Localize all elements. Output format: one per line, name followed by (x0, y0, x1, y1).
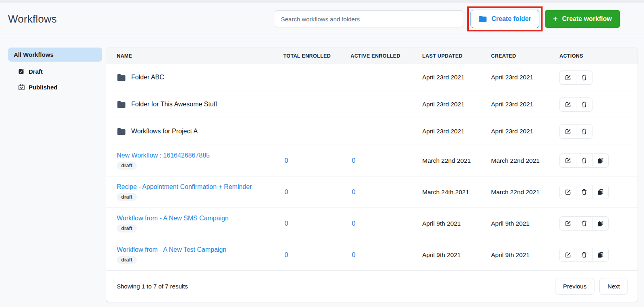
delete-button[interactable] (576, 185, 592, 199)
row-actions (559, 185, 609, 199)
table-row: Workflow from - A New SMS Campaign draft… (106, 208, 638, 239)
row-name[interactable]: Recipe - Appointment Confirmation + Remi… (117, 183, 252, 191)
delete-button[interactable] (576, 125, 592, 138)
sidebar-item-draft[interactable]: Draft (18, 66, 102, 77)
last-updated-value: March 24th 2021 (422, 189, 491, 196)
next-button[interactable]: Next (599, 278, 628, 295)
pagination: Previous Next (555, 278, 628, 295)
folder-icon (117, 128, 126, 135)
last-updated-value: April 9th 2021 (422, 251, 491, 259)
row-name[interactable]: Workflow from - A New Test Campaign (117, 246, 226, 253)
folder-icon (117, 74, 126, 81)
row-name[interactable]: Workflows for Project A (131, 128, 198, 135)
last-updated-value: April 23rd 2021 (422, 74, 491, 81)
published-icon (18, 84, 25, 91)
row-actions (559, 97, 592, 112)
copy-button[interactable] (592, 217, 608, 230)
table-row: Workflows for Project A April 23rd 2021 … (106, 118, 638, 145)
created-value: April 9th 2021 (491, 251, 559, 259)
created-value: March 22nd 2021 (491, 189, 559, 196)
row-name[interactable]: Folder for This Awesome Stuff (131, 101, 217, 108)
created-value: April 23rd 2021 (491, 101, 559, 108)
annotation-highlight-box: Create folder (467, 6, 543, 31)
results-summary: Showing 1 to 7 of 7 results (117, 283, 188, 290)
column-header-actions: ACTIONS (559, 53, 633, 59)
create-folder-button[interactable]: Create folder (471, 10, 539, 28)
column-header-name: NAME (117, 53, 283, 59)
total-enrolled-value[interactable]: 0 (283, 189, 351, 196)
table-header-row: NAME TOTAL ENROLLED ACTIVE ENROLLED LAST… (106, 48, 638, 64)
table-body: Folder ABC April 23rd 2021 April 23rd 20… (106, 64, 638, 271)
row-actions (559, 154, 609, 168)
created-value: April 9th 2021 (491, 220, 559, 227)
create-workflow-label: Create workflow (562, 15, 612, 23)
edit-button[interactable] (560, 185, 576, 199)
sidebar: All Workflows Draft Published (8, 48, 102, 93)
active-enrolled-value[interactable]: 0 (351, 251, 422, 259)
last-updated-value: March 22nd 2021 (422, 157, 491, 164)
total-enrolled-value[interactable]: 0 (283, 157, 351, 164)
column-header-last-updated: LAST UPDATED (422, 53, 491, 59)
edit-button[interactable] (560, 248, 576, 261)
edit-button[interactable] (560, 125, 576, 138)
search-input[interactable] (275, 10, 463, 27)
draft-icon (18, 68, 25, 75)
last-updated-value: April 9th 2021 (422, 220, 491, 227)
status-badge: draft (117, 162, 137, 170)
page-title: Workflows (8, 13, 57, 25)
active-enrolled-value[interactable]: 0 (351, 220, 422, 227)
table-row: New Workflow : 1616426867885 draft 0 0 M… (106, 145, 638, 176)
status-badge: draft (117, 224, 137, 232)
total-enrolled-value[interactable]: 0 (283, 251, 351, 259)
table-row: Folder for This Awesome Stuff April 23rd… (106, 91, 638, 118)
previous-button[interactable]: Previous (555, 278, 594, 295)
row-name[interactable]: New Workflow : 1616426867885 (117, 152, 210, 159)
create-folder-label: Create folder (491, 15, 531, 23)
row-name[interactable]: Folder ABC (131, 74, 164, 81)
table-row: Recipe - Appointment Confirmation + Remi… (106, 176, 638, 208)
total-enrolled-value[interactable]: 0 (283, 220, 351, 227)
delete-button[interactable] (576, 98, 592, 111)
workflows-table-card: NAME TOTAL ENROLLED ACTIVE ENROLLED LAST… (106, 48, 638, 302)
header-actions: Create folder + Create workflow (275, 6, 620, 31)
folder-icon (117, 101, 126, 108)
created-value: April 23rd 2021 (491, 74, 559, 81)
active-enrolled-value[interactable]: 0 (351, 157, 422, 164)
delete-button[interactable] (576, 154, 592, 167)
sidebar-item-label: Draft (29, 68, 43, 75)
sidebar-item-published[interactable]: Published (18, 81, 102, 93)
folder-icon (479, 15, 487, 23)
sidebar-item-all-workflows[interactable]: All Workflows (8, 48, 102, 62)
edit-button[interactable] (560, 98, 576, 111)
column-header-created: CREATED (491, 53, 559, 59)
column-header-total-enrolled: TOTAL ENROLLED (283, 53, 351, 59)
row-name[interactable]: Workflow from - A New SMS Campaign (117, 215, 229, 222)
edit-button[interactable] (560, 71, 576, 84)
row-actions (559, 124, 592, 139)
delete-button[interactable] (576, 248, 592, 261)
copy-button[interactable] (592, 185, 608, 199)
column-header-active-enrolled: ACTIVE ENROLLED (351, 53, 422, 59)
created-value: March 22nd 2021 (491, 157, 559, 164)
sidebar-item-label: Published (29, 84, 58, 91)
page-header: Workflows Create folder + Create workflo… (0, 3, 644, 35)
last-updated-value: April 23rd 2021 (422, 128, 491, 135)
sidebar-item-label: All Workflows (14, 51, 54, 58)
active-enrolled-value[interactable]: 0 (351, 189, 422, 196)
status-badge: draft (117, 256, 137, 264)
edit-button[interactable] (560, 154, 576, 167)
copy-button[interactable] (592, 248, 608, 261)
top-strip (0, 0, 644, 3)
create-workflow-button[interactable]: + Create workflow (545, 10, 620, 28)
edit-button[interactable] (560, 217, 576, 230)
delete-button[interactable] (576, 217, 592, 230)
status-badge: draft (117, 193, 137, 201)
copy-button[interactable] (592, 154, 608, 167)
delete-button[interactable] (576, 71, 592, 84)
table-row: Workflow from - A New Test Campaign draf… (106, 239, 638, 271)
plus-icon: + (553, 15, 558, 23)
table-row: Folder ABC April 23rd 2021 April 23rd 20… (106, 64, 638, 91)
row-actions (559, 216, 609, 230)
row-actions (559, 71, 592, 85)
table-footer: Showing 1 to 7 of 7 results Previous Nex… (106, 271, 638, 302)
